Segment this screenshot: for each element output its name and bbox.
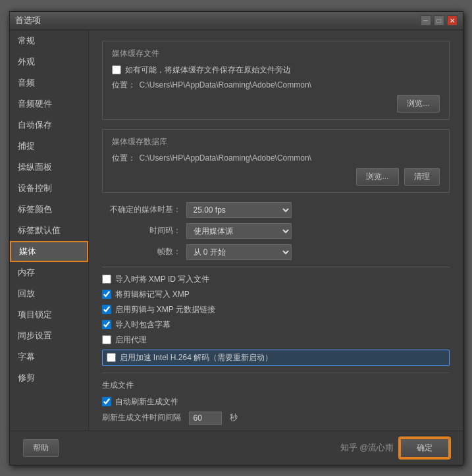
- sidebar-item-sync-settings[interactable]: 同步设置: [10, 325, 88, 346]
- sidebar: 常规 外观 音频 音频硬件 自动保存 捕捉 操纵面板 设备控制 标签颜色 标签默…: [10, 30, 89, 431]
- media-cache-db-title: 媒体缓存数据库: [112, 136, 440, 147]
- subtitles-checkbox[interactable]: [102, 320, 111, 329]
- dialog-footer: 帮助 知乎 @流心雨 确定: [10, 431, 463, 465]
- interval-label: 刷新生成文件时间间隔: [102, 412, 181, 423]
- intel264-label: 启用加速 Intel H.264 解码（需要重新启动）: [120, 352, 273, 363]
- dialog-body: 常规 外观 音频 音频硬件 自动保存 捕捉 操纵面板 设备控制 标签颜色 标签默…: [10, 30, 463, 431]
- cache-files-btn-row: 浏览...: [112, 95, 440, 113]
- sidebar-item-trim[interactable]: 修剪: [10, 367, 88, 388]
- preferences-dialog: 首选项 ─ □ ✕ 常规 外观 音频 音频硬件 自动保存 捕捉 操纵面板 设备控…: [9, 11, 463, 465]
- sidebar-item-project-lock[interactable]: 项目锁定: [10, 304, 88, 325]
- save-beside-original-label: 如有可能，将媒体缓存文件保存在原始文件旁边: [125, 65, 291, 76]
- generate-files-title: 生成文件: [102, 380, 450, 391]
- sidebar-item-label-defaults[interactable]: 标签默认值: [10, 220, 88, 241]
- generate-files-section: 生成文件 自动刷新生成文件 刷新生成文件时间间隔 秒: [102, 380, 450, 425]
- footer-right: 知乎 @流心雨 确定: [340, 438, 450, 458]
- xmp-markers-label: 将剪辑标记写入 XMP: [115, 289, 190, 300]
- timecode-select[interactable]: 使用媒体源: [186, 223, 292, 239]
- indeterminate-row: 不确定的媒体时基： 25.00 fps: [102, 202, 450, 218]
- timecode-label: 时间码：: [102, 225, 181, 236]
- maximize-button[interactable]: □: [434, 15, 444, 26]
- cache-db-path-label: 位置：: [112, 153, 136, 164]
- title-bar-controls: ─ □ ✕: [421, 15, 458, 26]
- sidebar-item-capture[interactable]: 捕捉: [10, 136, 88, 157]
- cache-files-browse-button[interactable]: 浏览...: [397, 95, 439, 113]
- sidebar-item-playback[interactable]: 回放: [10, 283, 88, 304]
- media-cache-files-section: 媒体缓存文件 如有可能，将媒体缓存文件保存在原始文件旁边 位置： C:\User…: [102, 41, 450, 120]
- sidebar-item-control-surface[interactable]: 操纵面板: [10, 157, 88, 178]
- sidebar-item-appearance[interactable]: 外观: [10, 51, 88, 72]
- xmp-write-label: 导入时将 XMP ID 写入文件: [115, 274, 210, 285]
- frames-select[interactable]: 从 0 开始: [186, 244, 292, 260]
- save-beside-original-row: 如有可能，将媒体缓存文件保存在原始文件旁边: [112, 65, 440, 76]
- sidebar-item-captions[interactable]: 字幕: [10, 346, 88, 367]
- separator1: [102, 267, 450, 267]
- sidebar-item-memory[interactable]: 内存: [10, 262, 88, 283]
- interval-input[interactable]: [189, 411, 222, 425]
- sidebar-item-audio[interactable]: 音频: [10, 72, 88, 93]
- xmp-link-label: 启用剪辑与 XMP 元数据链接: [115, 304, 215, 315]
- minimize-button[interactable]: ─: [421, 15, 431, 26]
- intel264-checkbox[interactable]: [107, 353, 116, 362]
- subtitles-label: 导入时包含字幕: [115, 319, 170, 331]
- sidebar-item-media[interactable]: 媒体: [10, 241, 88, 262]
- sidebar-item-general[interactable]: 常规: [10, 30, 88, 51]
- cache-db-path-value: C:\Users\HP\AppData\Roaming\Adobe\Common…: [140, 153, 440, 163]
- proxy-row: 启用代理: [102, 334, 450, 346]
- sidebar-item-label-colors[interactable]: 标签颜色: [10, 199, 88, 220]
- auto-refresh-checkbox[interactable]: [102, 397, 111, 406]
- save-beside-original-checkbox[interactable]: [112, 65, 121, 74]
- proxy-checkbox[interactable]: [102, 335, 111, 344]
- subtitles-row: 导入时包含字幕: [102, 319, 450, 331]
- ok-button[interactable]: 确定: [400, 438, 450, 458]
- xmp-markers-checkbox[interactable]: [102, 290, 111, 299]
- sidebar-item-autosave[interactable]: 自动保存: [10, 115, 88, 136]
- xmp-link-checkbox[interactable]: [102, 305, 111, 314]
- xmp-link-row: 启用剪辑与 XMP 元数据链接: [102, 304, 450, 315]
- main-content: 媒体缓存文件 如有可能，将媒体缓存文件保存在原始文件旁边 位置： C:\User…: [89, 30, 463, 431]
- close-button[interactable]: ✕: [447, 15, 458, 26]
- separator2: [102, 373, 450, 373]
- sidebar-item-device-control[interactable]: 设备控制: [10, 178, 88, 199]
- auto-refresh-label: 自动刷新生成文件: [115, 396, 178, 408]
- interval-row: 刷新生成文件时间间隔 秒: [102, 411, 450, 425]
- cache-db-path-row: 位置： C:\Users\HP\AppData\Roaming\Adobe\Co…: [112, 153, 440, 164]
- media-cache-files-title: 媒体缓存文件: [112, 48, 440, 59]
- interval-unit: 秒: [230, 412, 238, 423]
- auto-refresh-row: 自动刷新生成文件: [102, 396, 450, 408]
- xmp-write-checkbox[interactable]: [102, 275, 111, 284]
- cache-db-btn-row: 浏览... 清理: [112, 168, 440, 186]
- frames-label: 帧数：: [102, 246, 181, 257]
- cache-db-browse-button[interactable]: 浏览...: [356, 168, 398, 186]
- sidebar-item-audio-hardware[interactable]: 音频硬件: [10, 93, 88, 115]
- intel264-row: 启用加速 Intel H.264 解码（需要重新启动）: [102, 350, 450, 366]
- cache-files-path-value: C:\Users\HP\AppData\Roaming\Adobe\Common…: [140, 80, 440, 90]
- media-cache-db-section: 媒体缓存数据库 位置： C:\Users\HP\AppData\Roaming\…: [102, 129, 450, 193]
- xmp-markers-row: 将剪辑标记写入 XMP: [102, 289, 450, 300]
- help-button[interactable]: 帮助: [23, 439, 59, 457]
- cache-files-path-row: 位置： C:\Users\HP\AppData\Roaming\Adobe\Co…: [112, 80, 440, 91]
- cache-db-clear-button[interactable]: 清理: [404, 168, 440, 186]
- dialog-title: 首选项: [15, 14, 41, 26]
- frames-row: 帧数： 从 0 开始: [102, 244, 450, 260]
- timecode-row: 时间码： 使用媒体源: [102, 223, 450, 239]
- cache-files-path-label: 位置：: [112, 80, 136, 91]
- indeterminate-select[interactable]: 25.00 fps: [186, 202, 292, 218]
- xmp-write-row: 导入时将 XMP ID 写入文件: [102, 274, 450, 285]
- title-bar: 首选项 ─ □ ✕: [10, 12, 463, 30]
- indeterminate-label: 不确定的媒体时基：: [102, 204, 181, 215]
- proxy-label: 启用代理: [115, 334, 147, 346]
- watermark: 知乎 @流心雨: [340, 442, 394, 454]
